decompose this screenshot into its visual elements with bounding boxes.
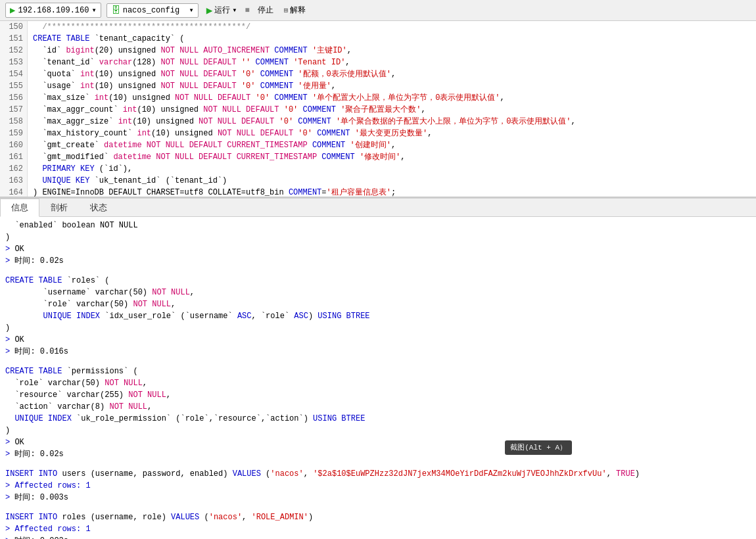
line-num-161: 161	[0, 151, 27, 163]
tab-status-label: 状态	[90, 203, 107, 213]
server-selector[interactable]: ▶ 192.168.109.160 ▾	[5, 3, 101, 18]
result-time-4: > 时间: 0.003s	[5, 492, 751, 504]
result-code-4: INSERT INTO users (username, password, e…	[5, 468, 751, 480]
results-panel[interactable]: `enabled` boolean NOT NULL ) > OK > 时间: …	[0, 217, 756, 539]
explain-button[interactable]: ⊞ 解释	[281, 3, 309, 17]
line-num-157: 157	[0, 104, 27, 116]
database-selector[interactable]: 🗄 nacos_config ▾	[106, 3, 199, 18]
result-time-1: > 时间: 0.02s	[5, 255, 751, 267]
result-block-5: INSERT INTO roles (username, role) VALUE…	[5, 511, 751, 539]
line-num-151: 151	[0, 33, 27, 45]
line-num-159: 159	[0, 128, 27, 139]
tab-info[interactable]: 信息	[0, 199, 39, 217]
result-code-3: CREATE TABLE `permissions` ( `role` varc…	[5, 365, 751, 436]
line-num-164: 164	[0, 187, 27, 199]
run-dropdown[interactable]: ▾	[232, 5, 237, 15]
database-dropdown-icon[interactable]: ▾	[189, 5, 193, 15]
line-num-160: 160	[0, 139, 27, 151]
database-name: nacos_config	[123, 6, 179, 15]
result-ok-2: > OK	[5, 334, 751, 346]
result-affected-4: > Affected rows: 1	[5, 480, 751, 492]
result-ok-1: > OK	[5, 243, 751, 255]
database-icon: 🗄	[111, 5, 120, 16]
main-area: 150 151 152 153 154 155 156 157 158 159 …	[0, 21, 756, 539]
code-text[interactable]: /***************************************…	[28, 21, 756, 197]
run-button[interactable]: ▶ 运行 ▾	[204, 3, 240, 18]
line-num-156: 156	[0, 92, 27, 104]
explain-label: 解释	[290, 5, 306, 16]
server-address: 192.168.109.160	[18, 6, 89, 15]
result-time-3: > 时间: 0.02s	[5, 448, 751, 460]
line-num-154: 154	[0, 68, 27, 80]
code-editor[interactable]: 150 151 152 153 154 155 156 157 158 159 …	[0, 21, 756, 199]
line-num-163: 163	[0, 175, 27, 187]
tab-info-label: 信息	[11, 203, 28, 213]
line-num-150: 150	[0, 21, 27, 33]
result-affected-5: > Affected rows: 1	[5, 523, 751, 535]
stop-label: 停止	[258, 5, 273, 16]
tab-profile-label: 剖析	[51, 203, 68, 213]
result-code-5: INSERT INTO roles (username, role) VALUE…	[5, 511, 751, 523]
tab-status[interactable]: 状态	[79, 199, 118, 216]
run-icon: ▶	[206, 4, 213, 17]
result-block-2: CREATE TABLE `roles` ( `username` varcha…	[5, 275, 751, 358]
line-num-162: 162	[0, 163, 27, 175]
result-code-1: `enabled` boolean NOT NULL )	[5, 220, 751, 243]
result-code-2: CREATE TABLE `roles` ( `username` varcha…	[5, 275, 751, 334]
result-block-3: CREATE TABLE `permissions` ( `role` varc…	[5, 365, 751, 460]
stop-button[interactable]: 停止	[255, 3, 276, 17]
line-num-155: 155	[0, 80, 27, 92]
server-icon: ▶	[10, 5, 15, 16]
line-num-158: 158	[0, 116, 27, 128]
result-time-5: > 时间: 0.003s	[5, 535, 751, 539]
tab-profile[interactable]: 剖析	[39, 199, 79, 216]
run-label: 运行	[214, 5, 230, 16]
server-dropdown-icon[interactable]: ▾	[91, 5, 96, 15]
line-numbers: 150 151 152 153 154 155 156 157 158 159 …	[0, 21, 28, 197]
result-block-1: `enabled` boolean NOT NULL ) > OK > 时间: …	[5, 220, 751, 267]
line-num-153: 153	[0, 57, 27, 68]
result-ok-3: > OK	[5, 436, 751, 448]
explain-icon: ⊞	[284, 6, 289, 14]
tabs-bar: 信息 剖析 状态	[0, 199, 756, 217]
separator1: ■	[245, 6, 250, 15]
result-block-4: INSERT INTO users (username, password, e…	[5, 468, 751, 504]
line-num-152: 152	[0, 45, 27, 57]
result-time-2: > 时间: 0.016s	[5, 346, 751, 358]
toolbar: ▶ 192.168.109.160 ▾ 🗄 nacos_config ▾ ▶ 运…	[0, 0, 756, 21]
